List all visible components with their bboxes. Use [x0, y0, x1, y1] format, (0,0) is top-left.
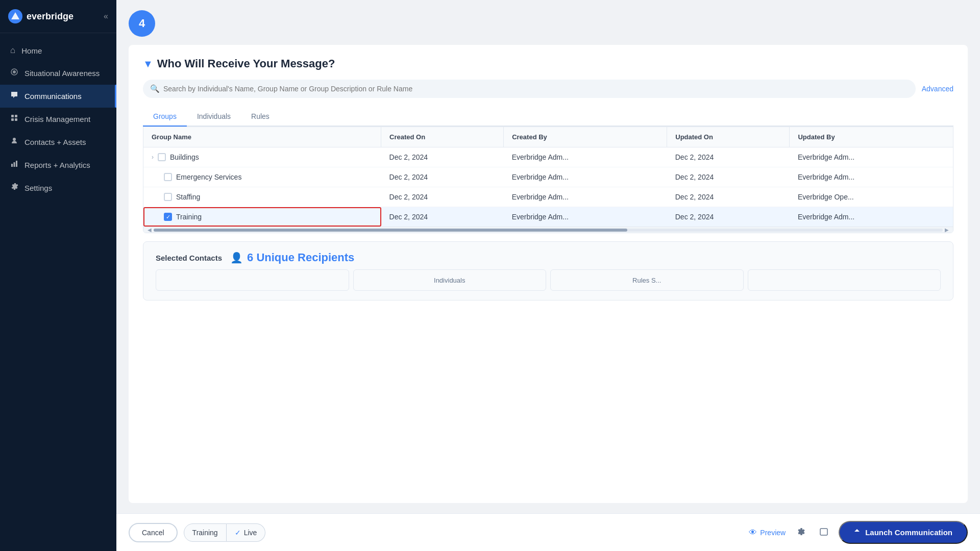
created-on-cell-training: Dec 2, 2024 — [381, 207, 504, 227]
recipients-icon: 👤 — [230, 252, 243, 264]
launch-communication-button[interactable]: Launch Communication — [839, 521, 968, 544]
tab-individuals[interactable]: Individuals — [187, 107, 241, 127]
calendar-button[interactable] — [815, 523, 832, 542]
step-badge: 4 — [129, 10, 155, 37]
reports-analytics-icon — [10, 160, 18, 170]
launch-icon — [854, 528, 861, 537]
expand-arrow-icon[interactable]: › — [152, 154, 154, 161]
logo-icon — [8, 9, 22, 23]
sidebar: everbridge « ⌂ Home Situational Awarenes… — [0, 0, 116, 551]
updated-by-cell: Everbridge Adm... — [790, 167, 953, 187]
checkbox-emergency-services[interactable] — [164, 173, 172, 181]
group-name-cell: Staffing — [143, 187, 381, 207]
checkbox-buildings[interactable] — [158, 153, 166, 161]
live-label: Live — [244, 529, 257, 537]
step-area: 4 ▼ Who Will Receive Your Message? 🔍 Adv… — [116, 0, 980, 513]
gear-icon — [796, 527, 805, 536]
updated-on-cell: Dec 2, 2024 — [667, 147, 790, 167]
sidebar-item-situational-awareness-label: Situational Awareness — [24, 69, 100, 78]
search-icon: 🔍 — [150, 84, 160, 93]
training-pill: Training — [184, 523, 227, 542]
sidebar-item-situational-awareness[interactable]: Situational Awareness — [0, 62, 116, 85]
preview-eye-icon: 👁 — [749, 528, 757, 537]
created-on-cell: Dec 2, 2024 — [381, 167, 504, 187]
group-name-text: Emergency Services — [176, 173, 241, 181]
scroll-right-icon[interactable]: ▶ — [945, 227, 949, 233]
created-by-cell: Everbridge Adm... — [504, 147, 667, 167]
checkbox-training[interactable]: ✓ — [164, 213, 172, 221]
created-by-cell: Everbridge Adm... — [504, 187, 667, 207]
created-on-cell: Dec 2, 2024 — [381, 147, 504, 167]
extra-sub-btn[interactable] — [748, 269, 941, 291]
preview-label: Preview — [760, 529, 786, 537]
sidebar-item-contacts-assets-label: Contacts + Assets — [24, 138, 86, 146]
launch-label: Launch Communication — [865, 528, 952, 537]
horizontal-scrollbar[interactable]: ◀ ▶ — [143, 227, 953, 233]
sidebar-item-reports-analytics[interactable]: Reports + Analytics — [0, 154, 116, 177]
sidebar-logo: everbridge « — [0, 0, 116, 33]
scroll-track[interactable] — [154, 229, 943, 232]
settings-icon — [10, 183, 18, 193]
cancel-button[interactable]: Cancel — [129, 523, 178, 542]
communications-icon — [10, 91, 18, 102]
groups-table-wrap: Group Name Created On Created By Updated… — [143, 127, 953, 233]
individuals-sub-label: Individuals — [434, 277, 465, 284]
search-row: 🔍 Advanced — [143, 80, 953, 98]
sidebar-item-reports-analytics-label: Reports + Analytics — [24, 161, 90, 169]
situational-awareness-icon — [10, 68, 18, 79]
scroll-thumb[interactable] — [154, 229, 627, 232]
svg-rect-2 — [11, 115, 14, 117]
main-content: 4 ▼ Who Will Receive Your Message? 🔍 Adv… — [116, 0, 980, 551]
group-name-text: Buildings — [170, 153, 199, 161]
rules-sub-btn[interactable]: Rules S... — [550, 269, 744, 291]
checkbox-staffing[interactable] — [164, 193, 172, 201]
recipients-panel: ▼ Who Will Receive Your Message? 🔍 Advan… — [129, 45, 968, 503]
col-created-on: Created On — [381, 127, 504, 147]
updated-by-cell: Everbridge Ope... — [790, 187, 953, 207]
scroll-left-icon[interactable]: ◀ — [148, 227, 152, 233]
live-check-icon: ✓ — [235, 529, 241, 537]
home-icon: ⌂ — [10, 45, 15, 56]
sidebar-item-communications-label: Communications — [24, 92, 82, 101]
tab-groups[interactable]: Groups — [143, 107, 187, 127]
svg-rect-6 — [11, 164, 13, 167]
col-group-name: Group Name — [143, 127, 381, 147]
group-name-text: Staffing — [176, 193, 200, 201]
live-pill: ✓ Live — [227, 523, 266, 542]
sub-columns: Individuals Rules S... — [156, 269, 941, 291]
preview-button[interactable]: 👁 Preview — [749, 528, 786, 537]
group-name-cell-training: ✓ Training — [143, 207, 381, 227]
svg-rect-8 — [16, 161, 17, 167]
sidebar-item-contacts-assets[interactable]: Contacts + Assets — [0, 131, 116, 154]
logo-text: everbridge — [27, 11, 74, 22]
collapse-button[interactable]: « — [104, 12, 108, 21]
search-input[interactable] — [143, 80, 916, 98]
sidebar-item-settings[interactable]: Settings — [0, 177, 116, 199]
created-by-cell-training: Everbridge Adm... — [504, 207, 667, 227]
sidebar-item-settings-label: Settings — [24, 184, 52, 192]
col-updated-by: Updated By — [790, 127, 953, 147]
col-created-by: Created By — [504, 127, 667, 147]
table-row: › Buildings Dec 2, 2024 Everbridge Adm..… — [143, 147, 953, 167]
individuals-sub-btn[interactable]: Individuals — [353, 269, 547, 291]
svg-rect-7 — [14, 162, 15, 167]
selected-contacts-label: Selected Contacts — [156, 254, 222, 262]
group-name-cell: Emergency Services — [143, 167, 381, 187]
advanced-link[interactable]: Advanced — [922, 85, 953, 93]
svg-point-0 — [13, 70, 16, 73]
sidebar-item-home[interactable]: ⌂ Home — [0, 39, 116, 62]
sidebar-item-crisis-management[interactable]: Crisis Management — [0, 108, 116, 131]
groups-sub-btn[interactable] — [156, 269, 349, 291]
svg-rect-10 — [820, 529, 827, 535]
tab-rules[interactable]: Rules — [241, 107, 280, 127]
contacts-assets-icon — [10, 137, 18, 147]
updated-by-cell: Everbridge Adm... — [790, 147, 953, 167]
step-header: 4 — [129, 10, 968, 37]
crisis-management-icon — [10, 114, 18, 124]
panel-chevron[interactable]: ▼ — [143, 58, 153, 70]
table-row: Emergency Services Dec 2, 2024 Everbridg… — [143, 167, 953, 187]
gear-button[interactable] — [792, 523, 809, 542]
table-row-training: ✓ Training Dec 2, 2024 Everbridge Adm...… — [143, 207, 953, 227]
sidebar-item-communications[interactable]: Communications — [0, 85, 116, 108]
training-pill-group: Training ✓ Live — [184, 523, 266, 542]
